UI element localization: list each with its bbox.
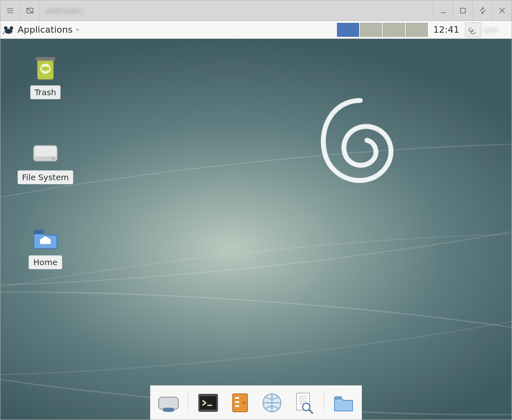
desktop-icon-trash[interactable]: Trash (17, 55, 74, 99)
trash-icon (31, 55, 60, 80)
applications-label: Applications (18, 25, 72, 35)
folder-launcher[interactable] (331, 391, 356, 415)
workspace-1[interactable] (337, 23, 359, 37)
session-username[interactable]: user (483, 25, 512, 34)
applications-menu-button[interactable]: Applications ≡ (0, 21, 83, 38)
top-panel: Applications ≡ 12:41 user (0, 21, 512, 39)
guest-desktop: Applications ≡ 12:41 user (0, 21, 512, 420)
hamburger-menu-button[interactable] (0, 0, 20, 20)
panel-clock[interactable]: 12:41 (429, 25, 463, 35)
host-window-title: unknown (40, 0, 433, 20)
fullscreen-button[interactable] (472, 0, 492, 20)
workspace-switcher[interactable] (335, 21, 429, 38)
svg-point-4 (10, 26, 13, 30)
terminal-launcher[interactable] (196, 391, 220, 415)
dock-separator (323, 391, 324, 414)
svg-rect-16 (235, 397, 239, 399)
desktop-icon-home[interactable]: Home (17, 225, 74, 269)
svg-rect-6 (36, 57, 55, 61)
show-desktop-button[interactable] (156, 391, 181, 415)
svg-rect-11 (159, 397, 178, 409)
bottom-dock (150, 385, 362, 420)
workspace-3[interactable] (383, 23, 405, 37)
svg-rect-23 (335, 396, 342, 400)
network-tray-icon[interactable] (465, 22, 481, 37)
desktop-icon-label: Home (29, 255, 62, 269)
svg-rect-5 (37, 60, 53, 79)
svg-point-9 (53, 158, 54, 159)
dock-separator (188, 391, 189, 414)
host-titlebar: unknown (0, 0, 512, 21)
desktop-icons-area: Trash File System Home (17, 55, 74, 269)
svg-rect-12 (163, 408, 174, 412)
desktop-icon-label: File System (18, 170, 73, 184)
svg-rect-17 (235, 401, 239, 403)
debian-swirl-icon (315, 96, 405, 202)
xfce-mouse-icon (3, 24, 14, 36)
svg-rect-14 (200, 396, 216, 409)
host-window: unknown Applications ≡ (0, 0, 512, 420)
document-search-launcher[interactable] (292, 391, 316, 415)
svg-point-19 (243, 402, 245, 404)
screen-mode-button[interactable] (20, 0, 40, 20)
close-button[interactable] (492, 0, 512, 20)
home-folder-icon (31, 225, 60, 250)
minimize-button[interactable] (433, 0, 453, 20)
svg-rect-10 (34, 230, 44, 234)
workspace-2[interactable] (360, 23, 382, 37)
desktop-icon-label: Trash (30, 85, 61, 99)
workspace-4[interactable] (406, 23, 428, 37)
web-browser-launcher[interactable] (260, 391, 284, 415)
desktop-wallpaper[interactable]: Trash File System Home (0, 39, 512, 420)
menu-indicator-icon: ≡ (76, 28, 78, 31)
desktop-icon-filesystem[interactable]: File System (17, 140, 74, 184)
svg-rect-18 (235, 405, 239, 407)
maximize-button[interactable] (453, 0, 472, 20)
svg-point-3 (4, 26, 8, 30)
svg-rect-1 (460, 8, 465, 13)
file-manager-launcher[interactable] (228, 391, 252, 415)
harddrive-icon (31, 140, 60, 165)
